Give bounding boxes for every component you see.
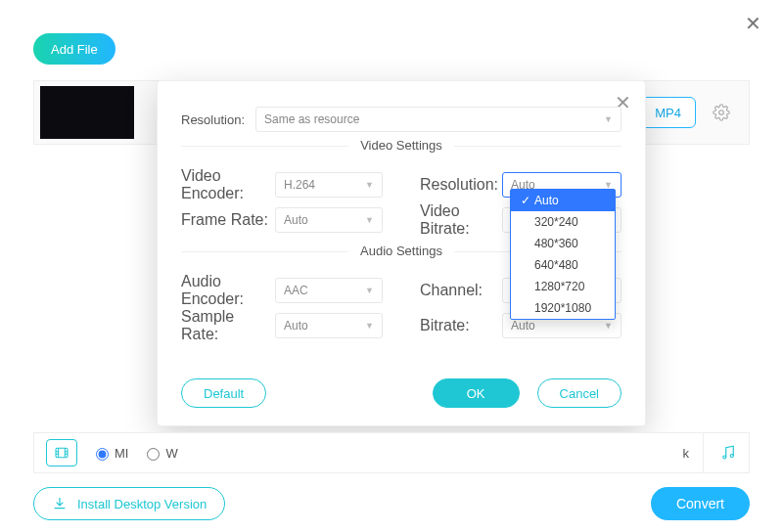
resolution-option[interactable]: 320*240 — [511, 211, 615, 233]
install-desktop-button[interactable]: Install Desktop Version — [33, 487, 225, 520]
channel-label: Channel: — [420, 282, 502, 299]
gear-icon[interactable] — [708, 99, 735, 126]
default-button[interactable]: Default — [181, 378, 266, 408]
svg-point-0 — [719, 111, 724, 115]
video-bitrate-label: Video Bitrate: — [420, 202, 502, 238]
download-icon — [52, 496, 68, 511]
format-strip: MI W k — [33, 432, 750, 473]
music-format-icon[interactable] — [703, 433, 737, 472]
resolution-option[interactable]: 1280*720 — [511, 276, 615, 297]
resolution-option[interactable]: 480*360 — [511, 233, 615, 254]
format-radio-option[interactable]: W — [142, 445, 177, 461]
audio-encoder-select[interactable]: AAC▼ — [275, 278, 383, 303]
sample-rate-label: Sample Rate: — [181, 308, 275, 343]
video-settings-heading: Video Settings — [181, 146, 622, 161]
audio-encoder-label: Audio Encoder: — [181, 273, 275, 308]
output-format-pill[interactable]: MP4 — [640, 97, 696, 128]
window-close-icon[interactable]: ✕ — [745, 12, 761, 35]
chevron-down-icon: ▼ — [604, 321, 613, 331]
video-resolution-label: Resolution: — [420, 176, 502, 194]
output-format-label: MP4 — [655, 106, 681, 120]
resolution-option[interactable]: ✓Auto — [511, 190, 615, 211]
video-format-icon[interactable] — [46, 439, 77, 466]
resolution-profile-select[interactable]: Same as resource ▼ — [255, 107, 622, 132]
svg-point-2 — [723, 456, 726, 459]
svg-rect-1 — [56, 448, 68, 457]
chevron-down-icon: ▼ — [365, 215, 374, 225]
video-encoder-select[interactable]: H.264▼ — [275, 172, 383, 198]
svg-point-3 — [730, 455, 733, 458]
chevron-down-icon: ▼ — [365, 286, 374, 295]
convert-button[interactable]: Convert — [651, 487, 750, 520]
video-encoder-label: Video Encoder: — [181, 167, 275, 202]
sample-rate-select[interactable]: Auto▼ — [275, 313, 383, 338]
add-file-button[interactable]: Add File — [33, 33, 115, 65]
check-icon: ✓ — [521, 194, 534, 207]
ok-button[interactable]: OK — [433, 378, 520, 408]
frame-rate-label: Frame Rate: — [181, 211, 275, 229]
audio-bitrate-label: Bitrate: — [420, 317, 502, 334]
resolution-dropdown-menu: ✓Auto 320*240 480*360 640*480 1280*720 1… — [510, 189, 616, 320]
resolution-profile-label: Resolution: — [181, 112, 255, 127]
chevron-down-icon: ▼ — [365, 321, 374, 331]
cancel-button[interactable]: Cancel — [537, 378, 622, 408]
resolution-option[interactable]: 1920*1080 — [511, 297, 615, 319]
chevron-down-icon: ▼ — [365, 180, 374, 190]
strip-right-text: k — [683, 446, 690, 461]
frame-rate-select[interactable]: Auto▼ — [275, 207, 383, 233]
format-radio-option[interactable]: MI — [91, 445, 128, 461]
resolution-option[interactable]: 640*480 — [511, 254, 615, 276]
video-thumbnail — [40, 86, 134, 139]
chevron-down-icon: ▼ — [604, 114, 613, 124]
